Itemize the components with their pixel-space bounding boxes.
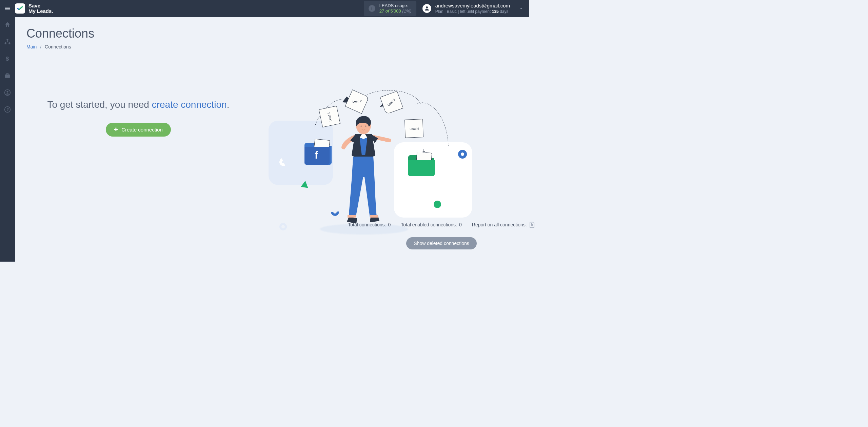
account-plan: Plan | Basic | left until payment 135 da… <box>435 9 510 14</box>
plan-middle: | left until payment <box>458 9 491 14</box>
fb-letter: f <box>315 149 318 161</box>
svg-rect-2 <box>5 43 6 44</box>
create-btn-label: Create connection <box>121 127 163 133</box>
svg-point-14 <box>366 126 367 127</box>
lead1-label: Lead 1 <box>327 112 332 122</box>
lead3-label: Lead 3 <box>387 98 396 107</box>
usage-of: of <box>386 8 389 14</box>
sidebar-item-connections[interactable] <box>0 37 15 46</box>
logo-mark <box>15 3 25 14</box>
top-header: Save My Leads. i LEADS usage: 27 of 5'00… <box>0 0 529 17</box>
show-deleted-row: Show deleted connections <box>15 237 529 249</box>
user-icon <box>424 5 430 12</box>
account-lines: andrewsavemyleads@gmail.com Plan | Basic… <box>435 3 510 14</box>
decor-green-dot <box>434 201 441 208</box>
plan-days: 135 <box>492 9 499 14</box>
svg-point-7 <box>7 91 8 93</box>
facebook-folder-icon: f <box>304 139 334 165</box>
plus-icon: ✚ <box>114 127 118 132</box>
svg-rect-1 <box>7 39 8 40</box>
svg-rect-3 <box>8 43 10 44</box>
header-dropdown[interactable] <box>519 6 524 11</box>
info-icon: i <box>369 5 375 12</box>
person-illustration <box>341 115 395 226</box>
sitemap-icon <box>4 38 11 45</box>
usage-limit: 5'000 <box>390 8 401 14</box>
logo-line2: My Leads. <box>28 8 53 14</box>
illustration: Lead 1 Lead 2 Lead 3 Lead 4 f <box>252 58 476 207</box>
lead2-label: Lead 2 <box>352 99 362 103</box>
stat-total: Total connections: 0 <box>348 222 391 228</box>
stat-enabled-label: Total enabled connections: <box>401 222 457 227</box>
stat-total-value: 0 <box>388 222 391 227</box>
breadcrumb-main[interactable]: Main <box>26 44 37 49</box>
svg-point-13 <box>361 126 362 127</box>
create-connection-button[interactable]: ✚ Create connection <box>106 123 171 137</box>
check-icon <box>17 5 23 12</box>
sidebar-item-briefcase[interactable] <box>0 71 15 80</box>
plan-name: Basic <box>447 9 457 14</box>
hamburger-icon <box>4 5 11 12</box>
show-deleted-button[interactable]: Show deleted connections <box>406 237 476 249</box>
avatar-icon <box>422 4 431 13</box>
svg-text:?: ? <box>7 107 9 111</box>
usage-lines: LEADS usage: 27 of 5'000 (1%) <box>379 3 412 14</box>
paper-lead-1: Lead 1 <box>319 106 340 127</box>
green-folder-icon <box>408 152 437 177</box>
stat-total-label: Total connections: <box>348 222 386 227</box>
stat-report: Report on all connections: <box>472 222 529 228</box>
sidebar: $ ? <box>0 17 15 262</box>
hero-msg-prefix: To get started, you need <box>47 99 152 110</box>
usage-box[interactable]: i LEADS usage: 27 of 5'000 (1%) <box>364 1 416 16</box>
briefcase-icon <box>4 72 11 79</box>
question-icon: ? <box>4 106 11 113</box>
stat-enabled-value: 0 <box>459 222 462 227</box>
svg-rect-16 <box>370 215 378 218</box>
show-deleted-label: Show deleted connections <box>414 241 469 246</box>
usage-percent: (1%) <box>402 8 411 14</box>
hero-message: To get started, you need create connecti… <box>47 98 229 111</box>
logo-line1: Save <box>28 3 53 9</box>
menu-toggle[interactable] <box>0 0 15 17</box>
usage-values: 27 of 5'000 (1%) <box>379 8 412 14</box>
page-title: Connections <box>26 26 517 41</box>
svg-text:$: $ <box>6 56 9 62</box>
stat-report-label: Report on all connections: <box>472 222 527 227</box>
lead4-label: Lead 4 <box>410 127 419 130</box>
svg-rect-5 <box>5 75 10 78</box>
account-block[interactable]: andrewsavemyleads@gmail.com Plan | Basic… <box>422 3 510 14</box>
decor-blue-arc <box>329 206 341 218</box>
stat-enabled: Total enabled connections: 0 <box>401 222 462 228</box>
hero-msg-suffix: . <box>227 99 230 110</box>
stats-row: Total connections: 0 Total enabled conne… <box>15 222 529 228</box>
sidebar-item-home[interactable] <box>0 20 15 29</box>
logo-text: Save My Leads. <box>28 3 53 14</box>
user-circle-icon <box>4 89 11 96</box>
breadcrumb-current: Connections <box>45 44 71 49</box>
dollar-icon: $ <box>4 55 11 62</box>
breadcrumb-sep: / <box>40 44 41 49</box>
usage-current: 27 <box>379 8 384 14</box>
hero-left: To get started, you need create connecti… <box>26 61 250 137</box>
svg-point-0 <box>426 6 428 8</box>
brand-logo[interactable]: Save My Leads. <box>15 3 53 14</box>
home-icon <box>4 21 11 28</box>
plan-days-suffix: days <box>500 9 508 14</box>
svg-rect-15 <box>348 215 356 218</box>
hero-msg-link: create connection <box>152 99 227 110</box>
usage-label: LEADS usage: <box>379 3 412 8</box>
sidebar-item-billing[interactable]: $ <box>0 54 15 63</box>
decor-blue-ring <box>458 150 467 159</box>
account-email: andrewsavemyleads@gmail.com <box>435 3 510 9</box>
plan-prefix: Plan | <box>435 9 446 14</box>
sidebar-item-account[interactable] <box>0 88 15 97</box>
breadcrumb: Main / Connections <box>26 44 517 49</box>
sidebar-item-help[interactable]: ? <box>0 105 15 114</box>
chevron-down-icon <box>519 6 524 11</box>
paper-lead-4: Lead 4 <box>405 119 423 138</box>
